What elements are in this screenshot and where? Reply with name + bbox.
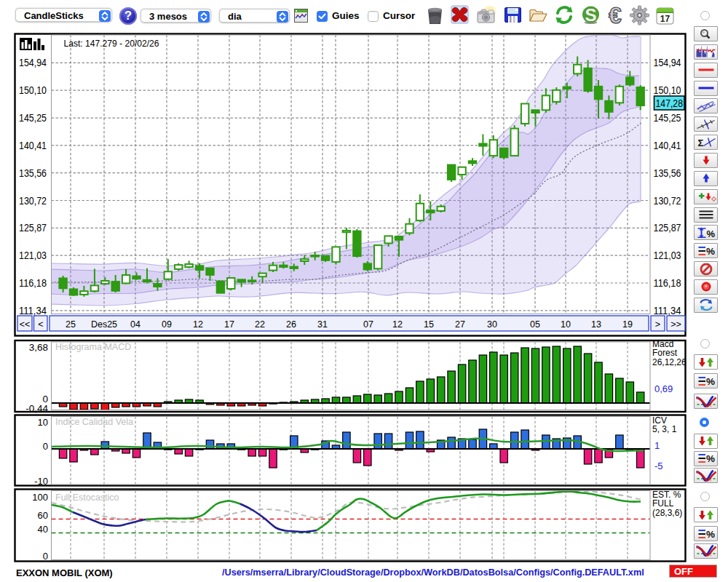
svg-text:Σ: Σ (697, 137, 703, 148)
svg-text:5, 3, 1: 5, 3, 1 (652, 424, 677, 434)
svg-text:<: < (38, 319, 43, 330)
svg-text:-5: -5 (654, 461, 663, 471)
svg-text:1: 1 (654, 440, 660, 451)
svg-text:130,72: 130,72 (19, 196, 47, 207)
svg-text:135,56: 135,56 (654, 168, 681, 179)
svg-text:121,03: 121,03 (19, 250, 47, 261)
svg-text:154,94: 154,94 (19, 57, 47, 68)
svg-text:/Users/mserra/Library/CloudSto: /Users/mserra/Library/CloudStorage/Dropb… (222, 567, 644, 578)
svg-text:130,72: 130,72 (654, 196, 681, 207)
svg-text:31: 31 (317, 319, 328, 330)
svg-text:Indice Calidad Vela: Indice Calidad Vela (55, 417, 133, 427)
svg-text:>>: >> (670, 319, 681, 330)
svg-text:19: 19 (622, 319, 633, 330)
svg-text:-10: -10 (34, 476, 48, 487)
svg-text:154,94: 154,94 (654, 57, 681, 68)
svg-text:147,28: 147,28 (656, 98, 684, 109)
svg-text:%: % (706, 246, 715, 257)
svg-text:111,34: 111,34 (654, 306, 681, 316)
svg-text:17: 17 (224, 319, 234, 330)
svg-text:12: 12 (392, 319, 403, 330)
svg-text:140,41: 140,41 (654, 140, 681, 151)
svg-text:07: 07 (363, 319, 373, 330)
svg-text:Histograma MACD: Histograma MACD (55, 342, 131, 352)
svg-text:10: 10 (38, 417, 48, 428)
svg-text:%: % (706, 453, 715, 464)
svg-text:145,25: 145,25 (19, 113, 47, 124)
svg-text:22: 22 (255, 319, 265, 330)
svg-text:145,25: 145,25 (654, 113, 681, 124)
svg-text:-0,44: -0,44 (25, 403, 48, 414)
svg-text:04: 04 (130, 319, 141, 330)
svg-text:121,03: 121,03 (654, 250, 681, 261)
svg-text:150,10: 150,10 (19, 85, 47, 96)
svg-text:116,18: 116,18 (654, 278, 681, 289)
svg-text:%: % (706, 376, 715, 387)
svg-text:15: 15 (424, 319, 434, 330)
svg-text:135,56: 135,56 (19, 168, 47, 179)
svg-text:27: 27 (455, 319, 465, 330)
svg-text:12: 12 (193, 319, 203, 330)
svg-text:10: 10 (561, 319, 571, 330)
svg-text:26,12,26: 26,12,26 (652, 357, 687, 367)
svg-text:140,41: 140,41 (19, 140, 47, 151)
svg-text:150,10: 150,10 (654, 85, 681, 96)
svg-text:EXXON MOBIL (XOM): EXXON MOBIL (XOM) (16, 567, 113, 578)
svg-text:116,18: 116,18 (19, 278, 47, 289)
svg-text:111,34: 111,34 (19, 306, 47, 316)
svg-text:25: 25 (66, 319, 76, 330)
svg-text:0: 0 (43, 551, 48, 562)
svg-text:09: 09 (162, 319, 172, 330)
svg-text:>: > (655, 319, 660, 330)
svg-text:13: 13 (591, 319, 601, 330)
svg-text:(28,3,6): (28,3,6) (652, 508, 682, 518)
svg-text:0,69: 0,69 (654, 383, 673, 394)
svg-text:125,87: 125,87 (654, 223, 681, 234)
svg-text:05: 05 (530, 319, 540, 330)
svg-text:%: % (706, 529, 715, 540)
svg-text:40: 40 (38, 524, 48, 535)
svg-text:<<: << (20, 319, 31, 330)
svg-text:100: 100 (32, 492, 48, 503)
svg-text:0: 0 (43, 441, 48, 452)
svg-text:30: 30 (487, 319, 497, 330)
svg-text:Last: 147.279 - 20/02/26: Last: 147.279 - 20/02/26 (64, 38, 159, 49)
svg-text:Full Estocastico: Full Estocastico (55, 493, 119, 503)
svg-text:26: 26 (286, 319, 296, 330)
svg-text:Des25: Des25 (91, 319, 117, 330)
svg-text:125,87: 125,87 (19, 223, 47, 234)
svg-text:3,68: 3,68 (29, 342, 48, 353)
svg-text:%: % (706, 228, 715, 239)
svg-text:60: 60 (38, 510, 48, 521)
